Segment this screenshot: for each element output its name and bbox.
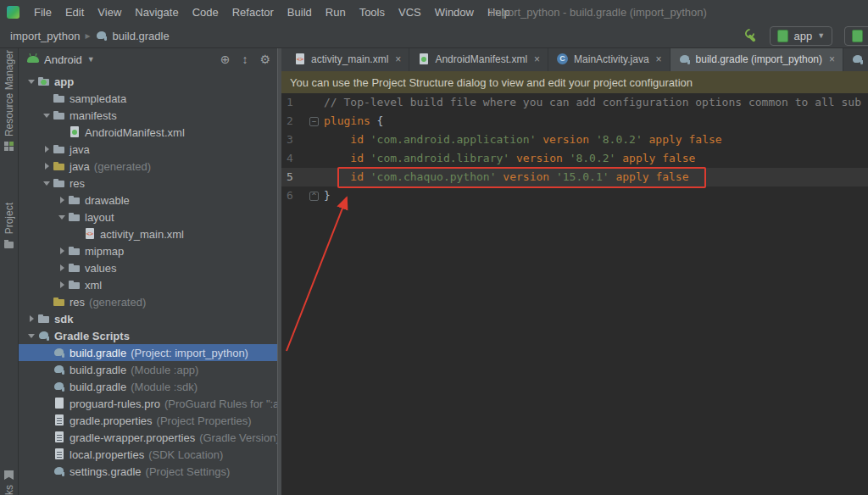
chevron-right-icon[interactable] [56, 264, 68, 271]
tree-item[interactable]: build.gradle(Module :sdk) [19, 378, 277, 395]
code-line[interactable]: 2−plugins { [281, 112, 868, 131]
tree-item[interactable]: java(generated) [19, 158, 277, 175]
navigation-toolbar: import_python ▸ build.gradle app ▼ ▼ [0, 24, 868, 48]
code-token: // Top-level build file where you can ad… [324, 96, 861, 108]
chevron-right-icon[interactable] [41, 146, 53, 153]
tree-item[interactable]: build.gradle(Module :app) [19, 361, 277, 378]
menu-view[interactable]: View [91, 0, 128, 24]
line-number[interactable]: 4 [281, 149, 305, 168]
folder-icon [53, 142, 66, 156]
chevron-right-icon[interactable] [25, 315, 37, 322]
fold-marker[interactable]: − [305, 112, 324, 131]
code-token [643, 133, 649, 146]
tree-item[interactable]: res(generated) [19, 293, 277, 310]
menu-navigate[interactable]: Navigate [128, 0, 185, 24]
tree-item[interactable]: layout [19, 209, 277, 225]
menu-file[interactable]: File [27, 0, 58, 24]
code-line[interactable]: 1// Top-level build file where you can a… [281, 93, 868, 112]
build-wrench-icon[interactable] [744, 29, 758, 42]
chevron-glyph [30, 315, 34, 322]
tree-item[interactable]: sampledata [19, 90, 277, 107]
code-token: { [370, 114, 384, 127]
tree-item[interactable]: proguard-rules.pro(ProGuard Rules for ":… [19, 395, 277, 412]
tree-item[interactable]: sdk [19, 310, 277, 327]
device-selector-partial[interactable]: ▼ [844, 26, 868, 46]
code-line[interactable]: 6^} [281, 186, 868, 205]
breadcrumb-file[interactable]: build.gradle [112, 30, 169, 42]
breadcrumb-chevron-icon: ▸ [85, 30, 90, 42]
tree-item[interactable]: gradle.properties(Project Properties) [19, 412, 277, 429]
chevron-down-icon[interactable] [56, 215, 68, 220]
menu-build[interactable]: Build [281, 0, 319, 24]
code-line[interactable]: 3 id 'com.android.application' version '… [281, 131, 868, 149]
chevron-down-icon[interactable] [25, 334, 37, 338]
code-editor[interactable]: 1// Top-level build file where you can a… [281, 93, 868, 495]
chevron-down-icon[interactable] [41, 181, 53, 186]
tree-item[interactable]: activity_main.xml [19, 225, 277, 242]
chevron-right-icon[interactable] [56, 248, 68, 254]
stripe-bookmarks-button[interactable]: Bookmarks [0, 470, 18, 495]
editor-tab[interactable]: b [843, 47, 868, 71]
tab-close-icon[interactable]: × [534, 53, 540, 65]
project-view-selector[interactable]: Android [44, 53, 82, 66]
menu-run[interactable]: Run [319, 0, 353, 24]
tree-item[interactable]: manifests [19, 107, 277, 124]
tab-close-icon[interactable]: × [656, 53, 662, 65]
tree-item[interactable]: java [19, 141, 277, 158]
line-number[interactable]: 2 [281, 112, 305, 131]
fold-minus-icon[interactable]: − [309, 117, 319, 126]
menu-code[interactable]: Code [186, 0, 225, 24]
line-number[interactable]: 3 [281, 131, 305, 149]
code-token [364, 152, 370, 164]
tree-item[interactable]: app [19, 73, 277, 90]
chevron-down-icon[interactable] [25, 80, 37, 84]
tree-item[interactable]: drawable [19, 192, 277, 209]
fold-marker[interactable]: ^ [305, 186, 324, 205]
chevron-right-icon[interactable] [56, 197, 68, 203]
menu-vcs[interactable]: VCS [392, 0, 428, 24]
collapse-all-icon[interactable]: ↕ [242, 53, 248, 66]
menu-refactor[interactable]: Refactor [225, 0, 281, 24]
tree-item[interactable]: xml [19, 276, 277, 293]
tree-item[interactable]: gradle-wrapper.properties(Gradle Version… [19, 429, 277, 446]
tree-item[interactable]: Gradle Scripts [19, 327, 277, 344]
tree-item[interactable]: AndroidManifest.xml [19, 124, 277, 141]
chevron-down-icon[interactable] [41, 114, 53, 118]
code-line[interactable]: 5 id 'com.chaquo.python' version '15.0.1… [281, 168, 868, 186]
tab-close-icon[interactable]: × [395, 53, 401, 65]
tree-item-label: proguard-rules.pro [70, 398, 160, 410]
locate-file-icon[interactable]: ⊕ [220, 53, 231, 66]
stripe-project-label: Project [3, 203, 15, 234]
fold-up-icon[interactable]: ^ [309, 192, 319, 201]
tree-item[interactable]: mipmap [19, 242, 277, 259]
code-line[interactable]: 4 id 'com.android.library' version '8.0.… [281, 149, 868, 168]
chevron-right-icon[interactable] [56, 281, 68, 288]
xml-icon [83, 227, 97, 241]
editor-tab[interactable]: build.gradle (import_python)× [670, 47, 843, 71]
menu-window[interactable]: Window [428, 0, 481, 24]
editor-tab[interactable]: AndroidManifest.xml× [409, 47, 548, 71]
tree-item[interactable]: build.gradle(Project: import_python) [19, 344, 277, 361]
editor-tab[interactable]: activity_main.xml× [286, 47, 409, 71]
editor-tab[interactable]: MainActivity.java× [548, 47, 670, 71]
menu-edit[interactable]: Edit [58, 0, 91, 24]
settings-gear-icon[interactable]: ⚙ [259, 53, 270, 66]
tree-item[interactable]: local.properties(SDK Location) [19, 446, 277, 463]
chevron-glyph [60, 248, 64, 254]
stripe-resource-manager-button[interactable]: Resource Manager [0, 50, 18, 151]
tree-item[interactable]: res [19, 175, 277, 192]
code-token: apply [649, 133, 682, 146]
code-token: false [655, 170, 688, 183]
stripe-project-button[interactable]: Project [0, 203, 18, 248]
tree-item[interactable]: settings.gradle(Project Settings) [19, 463, 277, 480]
tree-item[interactable]: values [19, 259, 277, 276]
menu-tools[interactable]: Tools [353, 0, 392, 24]
breadcrumb-project[interactable]: import_python [10, 30, 80, 42]
panel-splitter[interactable] [277, 47, 281, 495]
tab-close-icon[interactable]: × [829, 53, 835, 65]
chevron-right-icon[interactable] [41, 163, 53, 170]
line-number[interactable]: 6 [281, 186, 305, 205]
run-configuration-selector[interactable]: app ▼ [770, 26, 832, 46]
line-number[interactable]: 5 [281, 168, 305, 186]
line-number[interactable]: 1 [281, 93, 305, 112]
